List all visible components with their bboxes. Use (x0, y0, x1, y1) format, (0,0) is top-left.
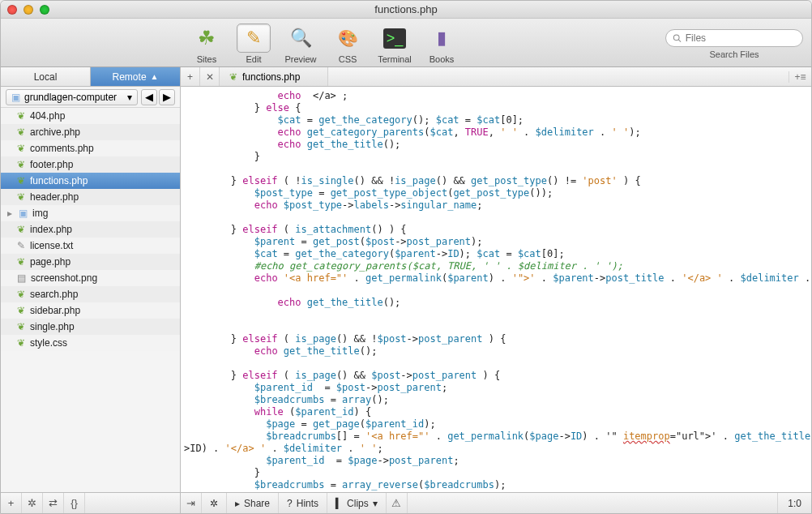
warnings-button[interactable]: ⚠ (387, 493, 408, 513)
window: functions.php ☘ Sites ✎ Edit 🔍 Preview 🎨… (0, 0, 812, 514)
book-icon: ▮ (437, 28, 447, 49)
file-name: sidebar.php (30, 305, 80, 316)
file-name: style.css (30, 337, 67, 349)
file-name: header.php (30, 191, 79, 203)
file-type-icon: ❦ (17, 321, 25, 332)
file-row[interactable]: ▤screenshot.png (1, 270, 180, 286)
status-symbols-button[interactable]: {} (64, 493, 85, 513)
file-name: single.php (30, 321, 75, 332)
new-tab-button[interactable]: + (181, 67, 200, 86)
css-button[interactable]: 🎨 CSS (327, 24, 369, 64)
folder-icon: ▣ (19, 208, 28, 219)
toolbar: ☘ Sites ✎ Edit 🔍 Preview 🎨 CSS >_ Termin… (1, 19, 811, 67)
main-area: ▣ grundlagen-computer ▾ ◀ ▶ ❦404.php❦arc… (1, 87, 811, 492)
hints-button[interactable]: ?Hints (279, 493, 327, 513)
file-name: img (32, 208, 48, 219)
chevron-down-icon: ▾ (373, 498, 378, 509)
search-input-wrap[interactable] (665, 29, 803, 47)
svg-line-1 (678, 40, 681, 42)
file-row[interactable]: ❦comments.php (1, 140, 180, 156)
preview-button[interactable]: 🔍 Preview (280, 24, 322, 64)
file-row[interactable]: ❦page.php (1, 254, 180, 270)
cursor-position: 1:0 (777, 493, 811, 513)
pencil-icon: ✎ (246, 28, 261, 49)
file-row[interactable]: ❦single.php (1, 319, 180, 335)
folder-icon: ▣ (11, 92, 20, 103)
file-list[interactable]: ❦404.php❦archive.php❦comments.php❦footer… (1, 108, 180, 492)
palette-icon: 🎨 (338, 28, 358, 48)
file-name: footer.php (30, 159, 73, 170)
file-type-icon: ❦ (17, 224, 25, 235)
search-icon (673, 33, 682, 43)
status-right: ⇥ ✲▸Share?Hints▍Clips▾⚠1:0 (181, 493, 811, 513)
file-type-icon: ❦ (17, 110, 25, 122)
status-icon: ▍ (335, 498, 343, 509)
tab-strip: Local Remote ▲ + ✕ ❦ functions.php +≡ (1, 67, 811, 87)
file-type-icon: ❦ (17, 305, 25, 316)
books-button[interactable]: ▮ Books (421, 24, 463, 64)
file-row[interactable]: ❦footer.php (1, 156, 180, 173)
title-bar: functions.php (1, 1, 811, 19)
file-row[interactable]: ❦functions.php (1, 173, 180, 189)
code-editor[interactable]: echo </a> ; } else { $cat = get_the_cate… (181, 87, 811, 492)
edit-button[interactable]: ✎ Edit (233, 24, 275, 64)
search-input[interactable] (686, 32, 796, 44)
file-row[interactable]: ▸▣img (1, 205, 180, 221)
status-add-button[interactable]: + (1, 493, 22, 513)
file-type-icon: ❦ (17, 337, 25, 349)
toolbar-items: ☘ Sites ✎ Edit 🔍 Preview 🎨 CSS >_ Termin… (186, 24, 463, 64)
magnifier-icon: 🔍 (290, 28, 312, 49)
close-tab-button[interactable]: ✕ (200, 67, 220, 86)
file-row[interactable]: ❦header.php (1, 189, 180, 205)
file-name: 404.php (30, 110, 65, 122)
local-tab[interactable]: Local (1, 67, 91, 86)
file-type-icon: ❦ (17, 289, 25, 300)
status-icon: ? (287, 498, 293, 509)
disclosure-triangle-icon[interactable]: ▸ (6, 208, 14, 219)
status-actions-button[interactable]: ✲ (22, 493, 43, 513)
file-type-icon: ❦ (17, 159, 25, 170)
svg-point-0 (673, 34, 679, 40)
file-row[interactable]: ❦style.css (1, 335, 180, 351)
nav-back-button[interactable]: ◀ (141, 89, 157, 105)
remote-tab[interactable]: Remote ▲ (91, 67, 181, 86)
status-icon: ⚠ (391, 497, 401, 509)
file-name: functions.php (30, 175, 88, 186)
file-row[interactable]: ❦archive.php (1, 124, 180, 140)
file-row[interactable]: ❦search.php (1, 286, 180, 302)
file-row[interactable]: ❦404.php (1, 108, 180, 124)
status-left: +✲⇄{} (1, 493, 181, 513)
file-name: index.php (30, 224, 72, 235)
window-title: functions.php (1, 3, 811, 15)
file-type-icon: ❦ (17, 175, 25, 186)
search-label: Search Files (709, 49, 759, 59)
file-row[interactable]: ✎license.txt (1, 238, 180, 254)
file-type-icon: ❦ (17, 256, 25, 268)
clips-button[interactable]: ▍Clips▾ (327, 493, 387, 513)
file-name: screenshot.png (31, 272, 97, 284)
status-icon: ▸ (235, 498, 240, 509)
file-type-icon: ❦ (17, 126, 25, 138)
file-name: page.php (30, 256, 71, 268)
chevron-down-icon: ▾ (127, 92, 132, 103)
folder-select[interactable]: ▣ grundlagen-computer ▾ (6, 89, 138, 105)
status-sync-button[interactable]: ⇄ (43, 493, 64, 513)
file-browser: ▣ grundlagen-computer ▾ ◀ ▶ ❦404.php❦arc… (1, 87, 181, 492)
status-gear-button[interactable]: ✲ (202, 493, 227, 513)
file-type-icon: ❦ (17, 143, 25, 154)
leaf-icon: ❦ (229, 71, 237, 83)
terminal-icon: >_ (383, 28, 407, 49)
file-name: archive.php (30, 126, 80, 138)
tab-overflow-button[interactable]: +≡ (788, 71, 811, 83)
share-button[interactable]: ▸Share (227, 493, 279, 513)
status-indent-button[interactable]: ⇥ (181, 493, 202, 513)
terminal-button[interactable]: >_ Terminal (374, 24, 416, 64)
nav-forward-button[interactable]: ▶ (159, 89, 175, 105)
tab-functions-php[interactable]: ❦ functions.php (220, 67, 328, 86)
file-row[interactable]: ❦sidebar.php (1, 302, 180, 319)
file-row[interactable]: ❦index.php (1, 221, 180, 238)
path-row: ▣ grundlagen-computer ▾ ◀ ▶ (1, 87, 180, 108)
sites-button[interactable]: ☘ Sites (186, 24, 228, 64)
file-type-icon: ✎ (17, 240, 25, 251)
file-name: search.php (30, 289, 78, 300)
